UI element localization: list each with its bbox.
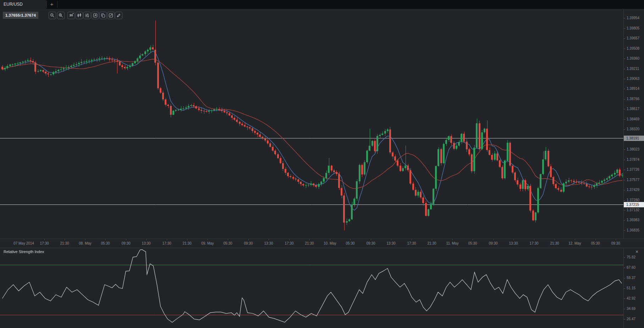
price-tick-label: 1.39063 [627,76,639,81]
rsi-tick-mark [624,278,625,278]
price-tick-label: 1.37874 [627,157,639,162]
time-tick-label: 17:30 [162,239,171,248]
price-tick-label: 1.39508 [627,46,639,51]
price-tick-mark [624,38,625,39]
time-tick-label: 05:30 [591,239,600,248]
time-tick-label: 17:30 [529,239,538,248]
time-tick-label: 21:30 [60,239,69,248]
new-tab-button[interactable]: + [46,0,57,9]
magnifier-minus-icon [50,13,55,18]
price-tick-mark [624,160,625,160]
price-tick-label: 1.37577 [627,177,639,182]
time-tick-label: 09:30 [121,239,130,248]
rsi-tick-mark [624,288,625,289]
time-tick-label: 05:30 [223,239,232,248]
rsi-tick-mark [624,319,625,319]
price-axis[interactable]: 1.399541.398051.396571.395081.393601.392… [623,9,644,239]
time-tick-label: 17:30 [407,239,416,248]
price-tick-mark [624,59,625,59]
rsi-tick-mark [624,299,625,299]
edit-icon [108,13,114,18]
draw-tools-button[interactable] [115,12,122,19]
copy-icon [100,13,106,18]
price-tick-mark [624,230,625,231]
quote-display[interactable]: 1.37655 1.37674 [3,12,38,19]
price-tick-mark [624,119,625,120]
time-tick-label: 21:30 [550,239,559,248]
price-tick-label: 1.36835 [627,228,639,233]
time-tick-label: 09:30 [489,239,497,248]
price-tick-mark [624,79,625,79]
sliders-icon [84,13,90,18]
price-tick-mark [624,109,625,109]
price-tick-label: 1.39360 [627,56,639,61]
time-tick-label: 05:30 [468,239,477,248]
price-tick-mark [624,28,625,29]
rsi-tick-label: 67.60 [627,265,635,270]
rsi-tick-label: 34.69 [627,306,635,311]
indicators-button[interactable] [83,12,91,19]
price-tick-mark [624,190,625,190]
price-line-label-138191[interactable]: 1.38191 [624,136,644,141]
duplicate-chart-button[interactable] [99,12,107,19]
price-tick-label: 1.37429 [627,187,639,192]
price-tick-label: 1.38320 [627,127,639,132]
price-tick-label: 1.39211 [627,66,639,71]
bid-price: 1.37655 [5,13,20,17]
price-tick-label: 1.39954 [627,16,639,21]
chart-mode-button[interactable] [92,12,99,19]
rsi-axis: 75.8267.6059.3751.1542.9234.6926.47 [623,248,644,328]
rsi-tick-mark [624,309,625,309]
time-tick-label: 05:30 [101,239,110,248]
price-tick-mark [624,89,625,89]
time-tick-label: 13:30 [142,239,150,248]
time-tick-label: 05:30 [346,239,354,248]
price-tick-mark [624,99,625,99]
zoom-out-button[interactable] [49,12,56,19]
rsi-tick-mark [624,257,625,258]
price-tick-label: 1.38023 [627,147,639,152]
price-line-label-137215[interactable]: 1.37215 [624,202,644,207]
time-tick-label: 21:30 [427,239,436,248]
price-tick-mark [624,69,625,69]
tab-bar: EUR/USD + [0,0,644,9]
candlestick-icon [77,13,82,18]
ask-price: 1.37674 [21,13,36,17]
time-tick-label: 09:30 [611,239,620,248]
time-tick-label: 13:30 [509,239,518,248]
time-tick-label: 10. May [324,239,336,248]
timeframe-button[interactable]: 30 [67,12,75,19]
time-tick-label: 17:30 [285,239,293,248]
timeframe-30-icon: 30 [69,14,73,17]
price-tick-mark [624,149,625,150]
rsi-tick-mark [624,268,625,268]
price-tick-mark [624,49,625,49]
price-tick-mark [624,170,625,170]
time-tick-label: 09:30 [366,239,375,248]
price-tick-mark [624,18,625,18]
edit-chart-button[interactable] [107,12,115,19]
price-tick-label: 1.38617 [627,106,639,111]
time-tick-label: 13:30 [386,239,395,248]
price-tick-label: 1.38914 [627,86,639,91]
time-tick-label: 21:30 [182,239,191,248]
tab-eurusd[interactable]: EUR/USD [0,0,46,9]
zoom-in-button[interactable] [57,12,65,19]
rsi-tick-label: 51.15 [627,286,635,291]
rsi-tick-label: 59.37 [627,275,635,280]
tab-label: EUR/USD [4,2,23,7]
time-axis[interactable]: 07 May 201417:3021:3008. May05:3009:3013… [0,239,644,248]
price-tick-label: 1.38766 [627,97,639,102]
time-tick-label: 17:30 [40,239,49,248]
rsi-title: Relative Strength Index [4,250,44,254]
time-tick-label: 07 May 2014 [13,239,34,248]
plus-icon: + [50,1,54,7]
chart-type-button[interactable] [76,12,83,19]
magnifier-plus-icon [58,13,64,18]
rsi-chart-canvas[interactable] [0,248,623,328]
time-tick-label: 21:30 [305,239,314,248]
timeframe-mark [73,13,73,14]
rsi-tick-label: 26.47 [627,317,635,322]
price-tick-label: 1.37132 [627,208,639,213]
price-chart-canvas[interactable] [0,9,623,239]
